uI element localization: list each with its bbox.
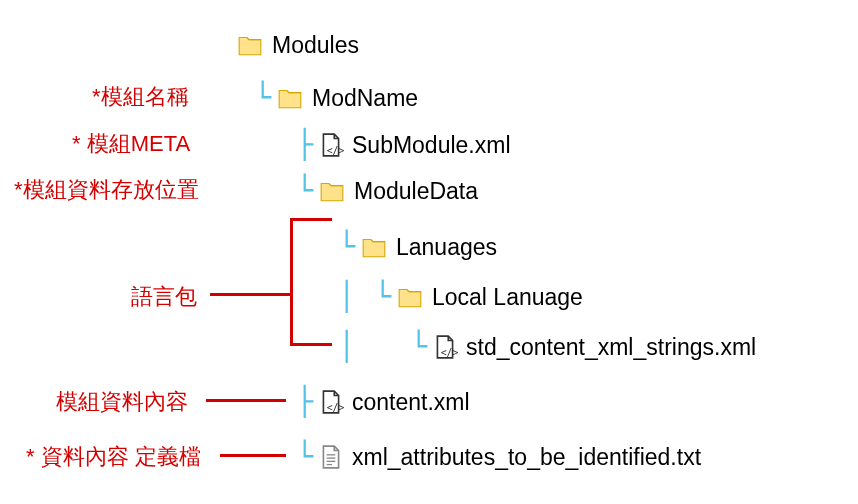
xml-file-icon xyxy=(318,389,344,415)
tree-connector: ├ xyxy=(292,131,318,159)
xml-file-icon xyxy=(432,334,458,360)
tree-node-moduledata: └ ModuleData xyxy=(292,174,478,208)
annotation-line xyxy=(220,454,286,457)
tree-node-locallang: │ └ Local Lanuage xyxy=(334,280,583,314)
tree-node-strings: │ │ └ std_content_xml_strings.xml xyxy=(334,330,756,364)
bracket-stem xyxy=(210,293,290,296)
annotation-line xyxy=(206,399,286,402)
tree-connector: └ xyxy=(292,177,318,205)
tree-node-submodule: ├ SubModule.xml xyxy=(292,128,511,162)
tree-label: SubModule.xml xyxy=(352,132,511,159)
tree-connector: │ xyxy=(334,283,360,311)
tree-label: xml_attributes_to_be_identified.txt xyxy=(352,444,701,471)
annotation-datapath: *模組資料存放位置 xyxy=(14,175,199,205)
folder-icon xyxy=(276,85,304,111)
txt-file-icon xyxy=(318,444,344,470)
bracket-top xyxy=(290,218,332,221)
tree-node-content: ├ content.xml xyxy=(292,385,470,419)
bracket-vertical xyxy=(290,218,293,346)
tree-label: Modules xyxy=(272,32,359,59)
folder-icon xyxy=(318,178,346,204)
tree-connector: │ xyxy=(334,333,360,361)
tree-label: content.xml xyxy=(352,389,470,416)
tree-label: std_content_xml_strings.xml xyxy=(466,334,756,361)
tree-connector: └ xyxy=(406,333,432,361)
folder-icon xyxy=(236,32,264,58)
annotation-datacontent: 模組資料內容 xyxy=(56,387,188,417)
tree-connector: └ xyxy=(334,233,360,261)
annotation-modname: *模組名稱 xyxy=(92,82,189,112)
tree-label: ModName xyxy=(312,85,418,112)
tree-connector: ├ xyxy=(292,388,318,416)
tree-label: ModuleData xyxy=(354,178,478,205)
annotation-langpack: 語言包 xyxy=(131,282,197,312)
tree-node-modules: Modules xyxy=(236,28,359,62)
tree-connector: └ xyxy=(292,443,318,471)
annotation-attrdefs: * 資料內容 定義檔 xyxy=(26,442,201,472)
tree-connector: └ xyxy=(250,84,276,112)
annotation-meta: * 模組META xyxy=(72,129,190,159)
folder-icon xyxy=(396,284,424,310)
tree-connector: └ xyxy=(370,283,396,311)
folder-icon xyxy=(360,234,388,260)
tree-label: Local Lanuage xyxy=(432,284,583,311)
tree-node-attrs: └ xml_attributes_to_be_identified.txt xyxy=(292,440,701,474)
tree-label: Lanuages xyxy=(396,234,497,261)
bracket-bottom xyxy=(290,343,332,346)
tree-node-modname: └ ModName xyxy=(250,81,418,115)
xml-file-icon xyxy=(318,132,344,158)
tree-node-languages: └ Lanuages xyxy=(334,230,497,264)
